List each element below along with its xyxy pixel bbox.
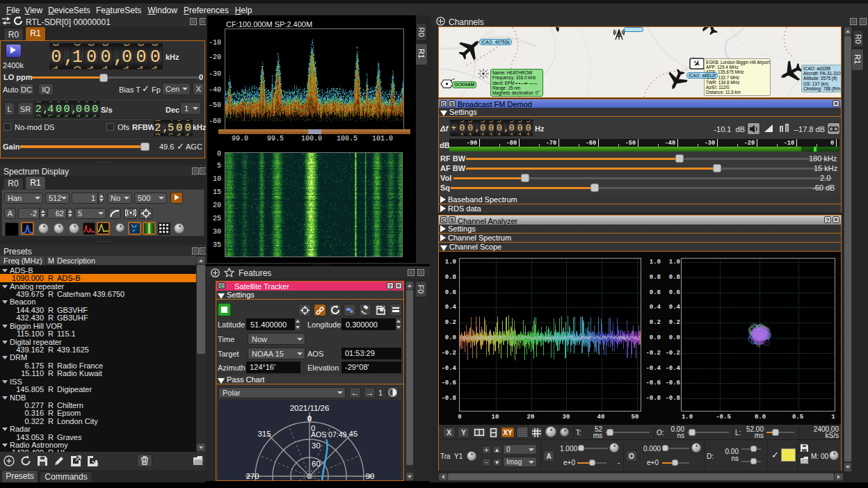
- svg-text:60: 60: [312, 459, 321, 468]
- svg-text:30: 30: [312, 441, 321, 450]
- svg-text:90: 90: [366, 472, 375, 480]
- svg-text:0: 0: [307, 414, 312, 423]
- svg-text:315: 315: [257, 430, 271, 438]
- svg-text:AOS 07:49: AOS 07:49: [311, 430, 347, 439]
- svg-text:2021/11/26: 2021/11/26: [290, 404, 330, 412]
- svg-text:270: 270: [246, 472, 259, 480]
- svg-text:45: 45: [349, 430, 358, 438]
- svg-text:s: s: [350, 309, 353, 313]
